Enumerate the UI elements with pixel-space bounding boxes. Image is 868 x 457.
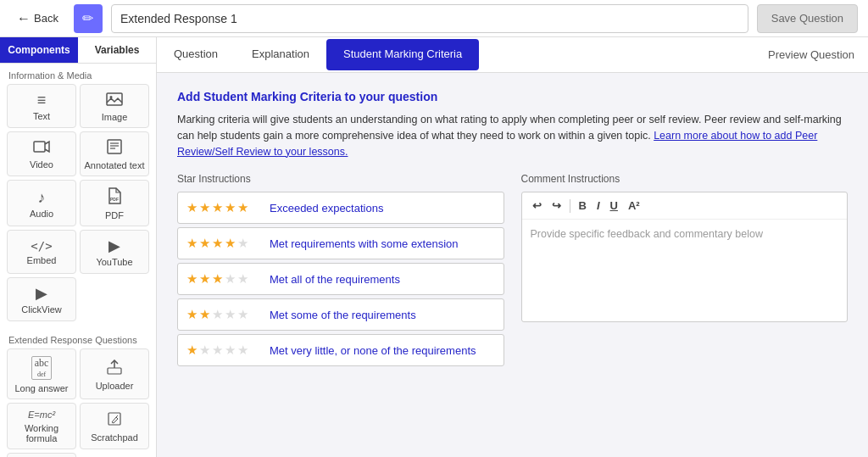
- star-row-4-label: Met requirements with some extension: [270, 237, 459, 250]
- content-area: Add Student Marking Criteria to your que…: [157, 73, 868, 457]
- sidebar-section-info-label: Information & Media: [0, 64, 156, 84]
- sidebar-item-scratchpad-label: Scratchpad: [91, 432, 138, 443]
- edit-icon-button[interactable]: ✏: [74, 4, 103, 33]
- format-button[interactable]: A²: [625, 198, 643, 214]
- stars-5: ★ ★ ★ ★ ★: [186, 200, 263, 215]
- star-empty-1: ★: [212, 307, 223, 322]
- sidebar-item-audio-recorder[interactable]: Audio recorder: [7, 453, 76, 457]
- star-row-3: ★ ★ ★ ★ ★ Met all of the requirements: [177, 263, 504, 295]
- back-button[interactable]: ← Back: [10, 8, 65, 30]
- star-empty-4: ★: [237, 343, 248, 358]
- sidebar-item-annotated-text[interactable]: Annotated text: [80, 131, 149, 176]
- stars-2: ★ ★ ★ ★ ★: [186, 307, 263, 322]
- sidebar-item-annotated-text-label: Annotated text: [85, 160, 145, 170]
- sidebar-item-uploader[interactable]: Uploader: [80, 348, 149, 399]
- sidebar-tab-variables[interactable]: Variables: [78, 37, 156, 63]
- sidebar-item-audio-label: Audio: [30, 209, 53, 219]
- save-question-button[interactable]: Save Question: [757, 4, 858, 33]
- sidebar-item-video[interactable]: Video: [7, 131, 76, 176]
- back-label: Back: [34, 12, 58, 25]
- text-icon: ≡: [37, 92, 47, 108]
- sidebar-item-pdf[interactable]: PDF PDF: [80, 180, 149, 226]
- star-empty-1: ★: [199, 343, 210, 358]
- comment-placeholder[interactable]: Provide specific feedback and commentary…: [522, 220, 848, 321]
- star-1: ★: [186, 200, 198, 215]
- sidebar-item-youtube[interactable]: ▶ YouTube: [80, 230, 149, 274]
- underline-button[interactable]: U: [607, 198, 621, 214]
- star-row-5: ★ ★ ★ ★ ★ Exceeded expectations: [177, 192, 504, 224]
- toolbar-separator: [570, 199, 570, 213]
- svg-line-11: [116, 415, 118, 417]
- svg-rect-3: [108, 140, 121, 153]
- star-3: ★: [212, 200, 223, 215]
- star-4: ★: [225, 236, 236, 251]
- star-3: ★: [212, 236, 223, 251]
- tab-student-marking[interactable]: Student Marking Criteria: [326, 39, 479, 70]
- star-instructions-panel: Star Instructions ★ ★ ★ ★ ★ Exceeded exp…: [177, 173, 504, 370]
- sidebar-item-audio[interactable]: ♪ Audio: [7, 180, 76, 226]
- comment-instructions-label: Comment Instructions: [521, 173, 849, 185]
- svg-rect-0: [107, 93, 122, 105]
- star-3: ★: [212, 271, 223, 287]
- undo-button[interactable]: ↩: [529, 198, 545, 214]
- sidebar-item-scratchpad[interactable]: Scratchpad: [80, 403, 149, 449]
- sidebar: Components Variables Information & Media…: [0, 37, 157, 457]
- sidebar-item-long-answer[interactable]: abcdef Long answer: [7, 348, 76, 399]
- star-1: ★: [186, 307, 198, 322]
- sidebar-section-ext-label: Extended Response Questions: [0, 328, 156, 348]
- star-empty-2: ★: [225, 307, 236, 322]
- image-icon: [106, 92, 123, 109]
- preview-question-link[interactable]: Preview Question: [754, 40, 868, 70]
- sidebar-item-embed[interactable]: </> Embed: [7, 230, 76, 274]
- stars-3: ★ ★ ★ ★ ★: [186, 271, 263, 287]
- sidebar-item-video-label: Video: [30, 159, 53, 170]
- sidebar-item-clickview[interactable]: ▶ ClickView: [7, 277, 76, 321]
- star-2: ★: [199, 236, 210, 251]
- add-criteria-title: Add Student Marking Criteria to your que…: [177, 90, 848, 103]
- tab-explanation[interactable]: Explanation: [235, 39, 326, 70]
- comment-instructions-panel: Comment Instructions ↩ ↪ B I U A² Provid…: [521, 173, 849, 370]
- redo-button[interactable]: ↪: [548, 198, 565, 214]
- comment-toolbar: ↩ ↪ B I U A²: [522, 192, 848, 220]
- uploader-icon: [107, 359, 122, 377]
- star-row-5-label: Exceeded expectations: [270, 202, 383, 215]
- bold-button[interactable]: B: [576, 198, 590, 214]
- question-title-input[interactable]: [111, 4, 748, 33]
- star-row-3-label: Met all of the requirements: [270, 273, 400, 286]
- italic-button[interactable]: I: [593, 198, 604, 214]
- comment-box: ↩ ↪ B I U A² Provide specific feedback a…: [521, 192, 849, 322]
- star-row-1: ★ ★ ★ ★ ★ Met very little, or none of th…: [177, 334, 504, 366]
- criteria-description: Marking criteria will give students an u…: [177, 112, 848, 159]
- star-row-4: ★ ★ ★ ★ ★ Met requirements with some ext…: [177, 227, 504, 259]
- sidebar-item-pdf-label: PDF: [105, 210, 124, 220]
- sidebar-tab-components[interactable]: Components: [0, 37, 78, 63]
- star-row-1-label: Met very little, or none of the requirem…: [270, 344, 476, 357]
- sidebar-item-working-formula[interactable]: E=mc² Working formula: [7, 403, 76, 449]
- star-5: ★: [237, 200, 248, 215]
- sidebar-item-youtube-label: YouTube: [96, 257, 132, 267]
- star-1: ★: [186, 343, 198, 358]
- star-empty-1: ★: [225, 271, 236, 287]
- scratchpad-icon: [107, 411, 122, 429]
- clickview-icon: ▶: [36, 286, 47, 301]
- criteria-body: Star Instructions ★ ★ ★ ★ ★ Exceeded exp…: [177, 173, 848, 370]
- main-panel: Question Explanation Student Marking Cri…: [157, 37, 868, 457]
- sidebar-item-image[interactable]: Image: [80, 84, 149, 128]
- svg-rect-8: [108, 368, 121, 374]
- pencil-icon: ✏: [82, 10, 93, 26]
- star-empty-2: ★: [212, 343, 223, 358]
- sidebar-item-clickview-label: ClickView: [21, 304, 61, 315]
- sidebar-item-text-label: Text: [33, 111, 50, 121]
- star-2: ★: [199, 271, 210, 287]
- sidebar-item-text[interactable]: ≡ Text: [7, 84, 76, 128]
- star-2: ★: [199, 307, 210, 322]
- audio-icon: ♪: [38, 190, 46, 205]
- star-4: ★: [225, 200, 236, 215]
- stars-4: ★ ★ ★ ★ ★: [186, 236, 263, 251]
- tab-question[interactable]: Question: [157, 39, 235, 70]
- back-icon: ←: [17, 11, 31, 26]
- star-1: ★: [186, 271, 198, 287]
- sidebar-item-uploader-label: Uploader: [96, 381, 134, 391]
- star-instructions-label: Star Instructions: [177, 173, 504, 185]
- star-empty: ★: [237, 236, 248, 251]
